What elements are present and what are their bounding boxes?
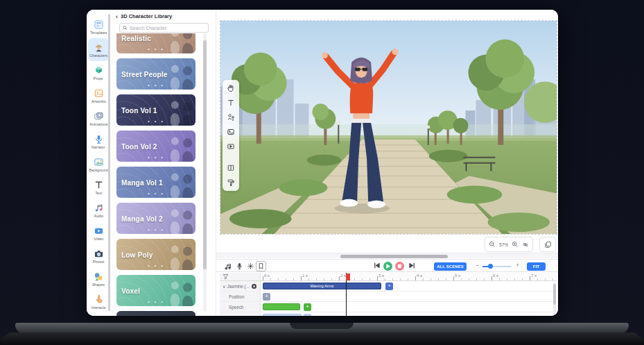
sidebar-item-text[interactable]: Text <box>88 176 109 199</box>
character-card-realistic[interactable]: Realistic✦ ✦ ✦ <box>116 33 195 53</box>
play-button[interactable] <box>383 262 392 271</box>
sidebar-item-interacts[interactable]: Interacts <box>88 290 109 313</box>
panel-scrollbar[interactable] <box>203 33 207 312</box>
video-tool-icon <box>227 142 235 151</box>
props-icon <box>94 65 104 76</box>
character-card-toon-vol-2[interactable]: Toon Vol 2✦ ✦ ✦ <box>116 131 195 162</box>
track-row-speech: Speech + <box>220 302 557 312</box>
add-voiceover-icon[interactable] <box>236 262 243 270</box>
character-card-toon-vol-1[interactable]: Toon Vol 1✦ ✦ ✦ <box>116 94 195 126</box>
laptop-deck <box>0 333 644 345</box>
scenes-tool-button[interactable] <box>226 163 236 173</box>
pan-tool-button[interactable] <box>226 83 236 93</box>
filter-cell <box>220 273 261 280</box>
character-tool-icon <box>227 113 235 121</box>
text-tool-button[interactable] <box>226 98 236 108</box>
fit-button[interactable]: FIT <box>527 262 546 271</box>
narrator-icon <box>94 134 104 144</box>
character-card-street-people[interactable]: Street People✦ ✦ ✦ <box>116 58 195 90</box>
character-tool-button[interactable] <box>226 112 236 122</box>
timeline-zoom-in[interactable]: + <box>516 262 519 269</box>
paint-tool-button[interactable] <box>226 178 236 187</box>
image-tool-button[interactable] <box>226 127 236 137</box>
sidebar-item-animations[interactable]: Animations <box>88 107 109 130</box>
track-row-camera: Camera Camera 1 + <box>220 312 557 316</box>
desktop-background: Templates Characters Props Artworks Anim… <box>0 0 644 345</box>
sidebar-item-background[interactable]: Background <box>88 153 109 176</box>
character-card-manga-vol-2[interactable]: Manga Vol 2✦ ✦ ✦ <box>116 203 195 234</box>
speech-block[interactable] <box>263 303 300 310</box>
track-row-position: Position + <box>220 292 557 302</box>
timeline-zoom-out[interactable]: − <box>476 262 479 269</box>
add-position-button[interactable]: + <box>263 293 270 301</box>
video-tool-button[interactable] <box>226 142 236 151</box>
all-scenes-button[interactable]: ALL SCENES <box>434 262 467 271</box>
sidebar-item-artworks[interactable]: Artworks <box>88 84 109 107</box>
timeline-zoom-slider[interactable] <box>482 266 512 267</box>
text-icon <box>94 180 104 190</box>
hand-icon <box>227 84 235 92</box>
bookmark-button[interactable] <box>256 261 266 271</box>
zoom-in-icon[interactable] <box>512 241 519 248</box>
text-tool-icon <box>227 99 235 107</box>
chevron-down-icon[interactable]: ∨ <box>223 284 225 289</box>
canvas-horizontal-scrollbar[interactable] <box>216 253 558 258</box>
timeline-ruler[interactable]: 0 s 1 s 2 s 3 s 4 s 5 s 6 s 7 s <box>261 273 557 280</box>
stage-canvas[interactable] <box>220 20 557 235</box>
stop-icon <box>396 262 403 270</box>
duplicate-scene-button[interactable] <box>539 237 556 252</box>
track-name: Position <box>229 294 244 299</box>
track-row-character: ∨Jasmine (... Waving Arms + <box>220 281 557 292</box>
sparkles-icon: ✦ ✦ ✦ <box>147 119 164 124</box>
zoom-out-icon[interactable] <box>489 241 496 248</box>
add-speech-button[interactable]: + <box>304 303 311 311</box>
sidebar-item-audio[interactable]: Audio <box>88 199 109 221</box>
stop-button[interactable] <box>395 262 404 271</box>
add-animation-button[interactable]: + <box>385 283 393 290</box>
search-input[interactable] <box>130 26 205 31</box>
artworks-icon <box>94 88 104 99</box>
slider-handle[interactable] <box>488 264 493 269</box>
character-card-manga-vol-1[interactable]: Manga Vol 1✦ ✦ ✦ <box>116 167 195 198</box>
animation-block[interactable]: Waving Arms <box>263 283 381 289</box>
sidebar-item-templates[interactable]: Templates <box>88 15 109 38</box>
add-camera-button[interactable]: + <box>304 314 311 316</box>
back-icon[interactable]: ‹ <box>116 14 118 19</box>
sidebar-item-video[interactable]: Video <box>88 221 109 244</box>
character-badge-icon[interactable] <box>252 284 256 289</box>
add-music-icon[interactable] <box>224 262 232 270</box>
search-icon <box>123 26 128 31</box>
timeline-scrollbar-thumb[interactable] <box>553 284 556 305</box>
duplicate-icon <box>544 241 552 249</box>
sidebar-item-shapes[interactable]: Shapes <box>88 267 109 290</box>
skip-start-button[interactable] <box>373 262 381 269</box>
photos-icon <box>94 249 104 259</box>
skip-end-button[interactable] <box>408 262 416 269</box>
templates-icon <box>94 19 104 30</box>
sparkles-icon: ✦ ✦ ✦ <box>147 155 164 160</box>
background-icon <box>94 157 104 167</box>
character-card-voxel[interactable]: Voxel✦ ✦ ✦ <box>116 275 195 306</box>
filter-icon[interactable] <box>223 274 229 280</box>
preview-toggle-icon[interactable] <box>522 241 529 248</box>
add-effects-icon[interactable] <box>247 262 254 270</box>
track-name: Camera <box>228 315 243 317</box>
timeline-toolbar: ALL SCENES − + FIT <box>216 259 558 272</box>
panel-scrollbar-thumb[interactable] <box>203 40 207 269</box>
canvas-scrollbar-thumb[interactable] <box>340 255 448 258</box>
playhead-handle[interactable] <box>346 274 350 280</box>
scenes-tool-icon <box>227 164 235 172</box>
shapes-icon <box>94 271 104 282</box>
sidebar-item-props[interactable]: Props <box>88 61 109 84</box>
sidebar-item-photos[interactable]: Photos <box>88 244 109 267</box>
audio-icon <box>94 203 104 213</box>
character-library-panel: ‹ 3D Character Library Realistic✦ ✦ ✦ St… <box>110 10 216 316</box>
camera-block[interactable]: Camera 1 <box>263 314 302 316</box>
character-card-next[interactable] <box>116 311 195 316</box>
timeline: 0 s 1 s 2 s 3 s 4 s 5 s 6 s 7 s ∨Jasmine… <box>220 273 557 316</box>
character-card-low-poly[interactable]: Low Poly✦ ✦ ✦ <box>116 239 195 270</box>
sidebar-item-characters[interactable]: Characters <box>88 38 109 61</box>
sidebar-item-narrator[interactable]: Narrator <box>88 130 109 153</box>
track-name: Jasmine (... <box>227 284 250 289</box>
timeline-vertical-scrollbar[interactable] <box>553 283 556 314</box>
